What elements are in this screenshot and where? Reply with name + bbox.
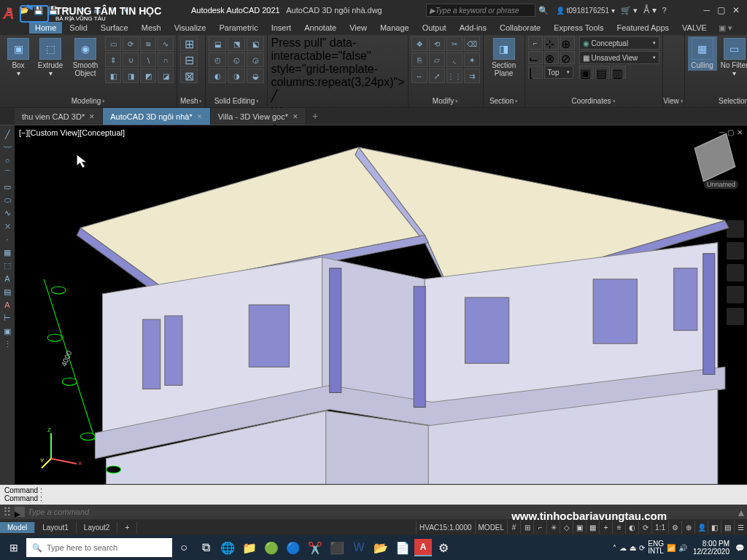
status-workspace-icon[interactable]: ⊕ [681, 521, 694, 534]
user-account[interactable]: 👤 t0918176251 ▾ [556, 7, 615, 15]
status-grid-icon[interactable]: # [507, 521, 520, 534]
status-lwt-icon[interactable]: ≡ [612, 521, 625, 534]
more-tool-icon[interactable]: ⋮ [1, 338, 13, 350]
culling-button[interactable]: ▦Culling [688, 36, 717, 71]
mirror-icon[interactable]: ▱ [429, 52, 445, 67]
hatch-tool-icon[interactable]: ▦ [1, 246, 13, 258]
tab-valve[interactable]: VALVE [676, 22, 713, 34]
named-view-combo[interactable]: ▦Unsaved View [579, 51, 659, 64]
command-history[interactable]: Command : Command : [0, 485, 747, 505]
status-annoscale[interactable]: HVAC15:1.0000 [416, 521, 475, 534]
tray-notifications-icon[interactable]: 💬 [735, 544, 744, 552]
rect-tool-icon[interactable]: ▭ [1, 181, 13, 192]
settings-icon[interactable]: ⚙ [433, 538, 454, 557]
status-scale[interactable]: 1:1 [651, 521, 668, 534]
snip-icon[interactable]: ✂️ [305, 538, 325, 557]
offset-icon[interactable]: ⇉ [464, 69, 480, 83]
tab-insert[interactable]: Insert [266, 22, 298, 34]
ribbon-options-icon[interactable]: ▣ ▾ [719, 23, 732, 33]
explode-icon[interactable]: ✶ [464, 52, 480, 67]
status-dynamic-icon[interactable]: + [599, 521, 612, 534]
c3-icon[interactable]: ⊕ [560, 36, 575, 50]
v3-icon[interactable]: ▥ [611, 66, 626, 79]
file-tab-0[interactable]: thu vien CAD 3D*✕ [15, 108, 103, 125]
panel-label-solid[interactable]: Solid Editing [209, 96, 264, 106]
file-tab-2[interactable]: Villa - 3D View goc*✕ [211, 108, 306, 125]
help-search-input[interactable]: ▶ Type a keyword or phrase [426, 4, 535, 17]
cmd-prompt-icon[interactable]: ▸ [15, 507, 25, 517]
panel-label-view[interactable]: View [666, 96, 681, 106]
c2-icon[interactable]: ⊹ [544, 36, 559, 50]
table-tool-icon[interactable]: ▤ [1, 286, 13, 298]
c5-icon[interactable]: ⊗ [544, 51, 559, 64]
tab-express[interactable]: Express Tools [548, 22, 609, 34]
section-plane-button[interactable]: ◨Section Plane [487, 36, 522, 79]
scale-icon[interactable]: ⤢ [429, 69, 445, 83]
tab-parametric[interactable]: Parametric [213, 22, 263, 34]
circle-tool-icon[interactable]: ○ [1, 155, 13, 166]
mtext-tool-icon[interactable]: A [1, 299, 13, 311]
cart-icon[interactable]: 🛒 ▾ [621, 6, 638, 15]
status-iso-icon[interactable]: ◇ [560, 521, 573, 534]
c6-icon[interactable]: ⊘ [560, 51, 575, 64]
tray-wifi-icon[interactable]: 📶 [667, 544, 676, 552]
c4-icon[interactable]: ⌙ [528, 51, 543, 64]
rotate-icon[interactable]: ⟲ [429, 36, 445, 51]
panel-label-section[interactable]: Section [487, 96, 522, 106]
arc-tool-icon[interactable]: ⌒ [1, 168, 13, 179]
se7-icon[interactable]: ◐ [209, 69, 226, 83]
se5-icon[interactable]: ◵ [228, 52, 245, 67]
loft-icon[interactable]: ≋ [140, 36, 156, 51]
v2-icon[interactable]: ▤ [595, 66, 610, 79]
status-transparency-icon[interactable]: ◐ [625, 521, 638, 534]
trim-icon[interactable]: ✂ [446, 36, 462, 51]
add-file-tab[interactable]: + [306, 108, 324, 125]
tab-featured[interactable]: Featured Apps [611, 22, 676, 34]
top-combo[interactable]: Top [544, 66, 573, 79]
status-snap-icon[interactable]: ⊞ [520, 521, 533, 534]
polysolid-icon[interactable]: ▭ [105, 36, 121, 51]
status-3dosnap-icon[interactable]: ▦ [586, 521, 599, 534]
more3-icon[interactable]: ◩ [140, 69, 156, 83]
c1-icon[interactable]: ⌐ [528, 36, 543, 50]
minimize-icon[interactable]: ─ [703, 5, 710, 15]
folder-icon[interactable]: 📂 [371, 538, 391, 557]
app2-icon[interactable]: ⬛ [327, 538, 347, 557]
se4-icon[interactable]: ◴ [209, 52, 226, 67]
text-tool-icon[interactable]: A [1, 273, 13, 284]
panel-label-selection[interactable]: Selection [688, 96, 747, 106]
status-customize-icon[interactable]: ☰ [734, 521, 747, 534]
cmd-handle-icon[interactable]: ⠿ [3, 505, 12, 519]
search-icon[interactable]: 🔍 [538, 6, 549, 15]
presspull-icon[interactable]: ⇕ [105, 52, 121, 67]
panel-label-modeling[interactable]: Modeling [3, 96, 174, 106]
se1-icon[interactable]: ⬓ [209, 36, 226, 51]
revolve-icon[interactable]: ⟳ [123, 36, 139, 51]
array-icon[interactable]: ⋮⋮ [446, 69, 462, 83]
close-tab-icon[interactable]: ✕ [197, 113, 203, 120]
point-tool-icon[interactable]: ∙ [1, 233, 13, 245]
line-icon[interactable]: ╱ [271, 89, 404, 103]
tray-cloud-icon[interactable]: ☁ [619, 544, 627, 552]
block-tool-icon[interactable]: ▣ [1, 325, 13, 337]
status-qprops-icon[interactable]: ▤ [721, 521, 734, 534]
move-icon[interactable]: ✥ [411, 36, 427, 51]
autocad-icon[interactable]: A [414, 539, 432, 556]
smooth-button[interactable]: ◉Smooth Object [67, 36, 104, 79]
tab-view[interactable]: View [344, 22, 373, 34]
stretch-icon[interactable]: ↔ [411, 69, 427, 83]
pline-tool-icon[interactable]: 〰 [1, 141, 13, 153]
status-units-icon[interactable]: ◧ [708, 521, 721, 534]
start-button[interactable]: ⊞ [3, 538, 25, 557]
line-tool-icon[interactable]: ╱ [1, 128, 13, 140]
intersect-icon[interactable]: ∩ [158, 52, 174, 67]
autodesk-icon[interactable]: Å ▾ [643, 5, 656, 15]
layout-tab-add[interactable]: + [117, 522, 137, 533]
status-model[interactable]: MODEL [475, 521, 508, 534]
tab-addins[interactable]: Add-ins [454, 22, 492, 34]
panel-label-modify[interactable]: Modify [411, 96, 480, 106]
c7-icon[interactable]: ⌊ [528, 66, 543, 79]
status-anno-icon[interactable]: 👤 [694, 521, 708, 534]
taskview-icon[interactable]: ⧉ [196, 538, 216, 557]
tab-annotate[interactable]: Annotate [298, 22, 342, 34]
